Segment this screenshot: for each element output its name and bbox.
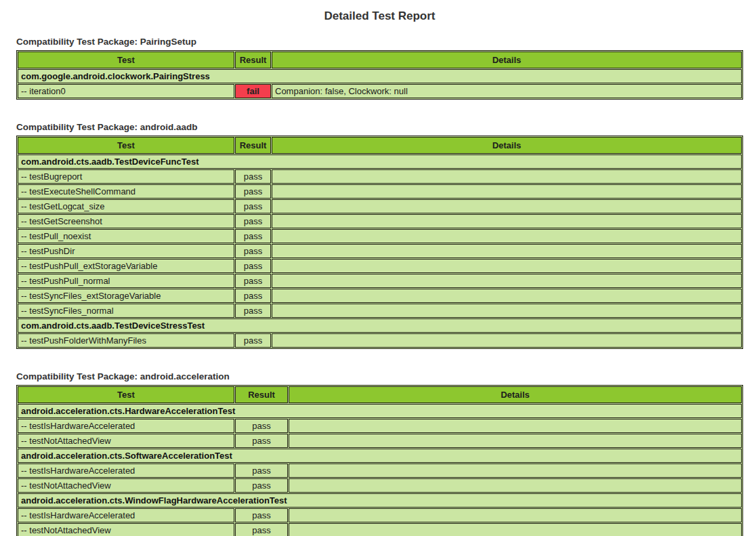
- result-cell: pass: [235, 478, 288, 493]
- test-column-header: Test: [18, 51, 234, 68]
- test-name-cell: -- testExecuteShellCommand: [18, 184, 234, 199]
- test-name-cell: -- testIsHardwareAccelerated: [18, 508, 234, 522]
- result-column-header: Result: [235, 137, 271, 154]
- details-cell: [289, 434, 742, 448]
- test-class-cell: android.acceleration.cts.SoftwareAcceler…: [18, 449, 742, 463]
- test-row: -- testIsHardwareAcceleratedpass: [18, 463, 742, 478]
- result-cell: pass: [235, 274, 271, 288]
- details-column-header: Details: [289, 386, 742, 403]
- package-title: Compatibility Test Package: android.acce…: [16, 371, 743, 382]
- details-cell: [272, 333, 742, 348]
- test-class-cell: com.android.cts.aadb.TestDeviceStressTes…: [18, 318, 742, 333]
- test-row: -- testGetScreenshotpass: [18, 214, 742, 228]
- test-class-cell: android.acceleration.cts.HardwareAcceler…: [18, 404, 742, 418]
- test-row: -- testIsHardwareAcceleratedpass: [18, 419, 742, 433]
- test-row: -- testSyncFiles_extStorageVariablepass: [18, 289, 742, 303]
- test-name-cell: -- testNotAttachedView: [18, 523, 234, 536]
- table-header-row: Test Result Details: [18, 386, 742, 403]
- result-cell: pass: [235, 199, 271, 213]
- result-column-header: Result: [235, 386, 288, 403]
- test-name-cell: -- testSyncFiles_normal: [18, 304, 234, 318]
- details-cell: [272, 199, 742, 213]
- test-name-cell: -- testIsHardwareAccelerated: [18, 463, 234, 478]
- result-cell: pass: [235, 244, 271, 258]
- test-row: -- testNotAttachedViewpass: [18, 434, 742, 448]
- page-title: Detailed Test Report: [16, 9, 743, 23]
- test-class-row: com.android.cts.aadb.TestDeviceStressTes…: [18, 318, 742, 333]
- test-column-header: Test: [18, 137, 234, 154]
- test-name-cell: -- testPushPull_extStorageVariable: [18, 259, 234, 273]
- details-cell: [289, 508, 742, 522]
- result-cell: pass: [235, 259, 271, 273]
- details-cell: [272, 169, 742, 184]
- test-row: -- testSyncFiles_normalpass: [18, 304, 742, 318]
- details-cell: [289, 419, 742, 433]
- result-cell: pass: [235, 289, 271, 303]
- result-cell: pass: [235, 434, 288, 448]
- table-header-row: Test Result Details: [18, 51, 742, 68]
- package-section: Compatibility Test Package: PairingSetup…: [16, 37, 743, 100]
- details-column-header: Details: [272, 51, 742, 68]
- result-cell: pass: [235, 419, 288, 433]
- test-name-cell: -- testNotAttachedView: [18, 478, 234, 493]
- test-class-row: android.acceleration.cts.WindowFlagHardw…: [18, 493, 742, 508]
- test-row: -- testPushFolderWithManyFilespass: [18, 333, 742, 348]
- test-class-cell: com.google.android.clockwork.PairingStre…: [18, 69, 742, 83]
- result-cell: pass: [235, 523, 288, 536]
- test-name-cell: -- testGetLogcat_size: [18, 199, 234, 213]
- test-name-cell: -- testPushPull_normal: [18, 274, 234, 288]
- test-name-cell: -- testNotAttachedView: [18, 434, 234, 448]
- details-cell: [272, 244, 742, 258]
- result-cell: pass: [235, 229, 271, 243]
- package-section: Compatibility Test Package: android.aadb…: [16, 122, 743, 349]
- result-cell: pass: [235, 169, 271, 184]
- details-cell: [289, 523, 742, 536]
- details-cell: [272, 289, 742, 303]
- test-class-cell: android.acceleration.cts.WindowFlagHardw…: [18, 493, 742, 508]
- test-class-row: com.android.cts.aadb.TestDeviceFuncTest: [18, 154, 742, 169]
- package-title: Compatibility Test Package: PairingSetup: [16, 37, 743, 47]
- details-cell: [272, 214, 742, 228]
- test-class-row: android.acceleration.cts.SoftwareAcceler…: [18, 449, 742, 463]
- test-row: -- testExecuteShellCommandpass: [18, 184, 742, 199]
- test-row: -- testIsHardwareAcceleratedpass: [18, 508, 742, 522]
- details-cell: [272, 274, 742, 288]
- test-name-cell: -- testGetScreenshot: [18, 214, 234, 228]
- result-cell: pass: [235, 333, 271, 348]
- result-cell: fail: [235, 84, 271, 98]
- table-header-row: Test Result Details: [18, 137, 742, 154]
- test-name-cell: -- testIsHardwareAccelerated: [18, 419, 234, 433]
- results-table: Test Result Details android.acceleration…: [16, 385, 743, 536]
- test-class-cell: com.android.cts.aadb.TestDeviceFuncTest: [18, 154, 742, 169]
- test-name-cell: -- testBugreport: [18, 169, 234, 184]
- test-row: -- testBugreportpass: [18, 169, 742, 184]
- details-column-header: Details: [272, 137, 742, 154]
- test-row: -- testPushDirpass: [18, 244, 742, 258]
- test-row: -- testPull_noexistpass: [18, 229, 742, 243]
- details-cell: [272, 184, 742, 199]
- results-table: Test Result Details com.android.cts.aadb…: [16, 136, 743, 349]
- test-row: -- iteration0failCompanion: false, Clock…: [18, 84, 742, 98]
- test-class-row: com.google.android.clockwork.PairingStre…: [18, 69, 742, 83]
- test-name-cell: -- testPushFolderWithManyFiles: [18, 333, 234, 348]
- test-name-cell: -- testSyncFiles_extStorageVariable: [18, 289, 234, 303]
- test-name-cell: -- testPushDir: [18, 244, 234, 258]
- test-row: -- testGetLogcat_sizepass: [18, 199, 742, 213]
- test-name-cell: -- iteration0: [18, 84, 234, 98]
- test-row: -- testPushPull_normalpass: [18, 274, 742, 288]
- result-cell: pass: [235, 214, 271, 228]
- test-row: -- testNotAttachedViewpass: [18, 523, 742, 536]
- result-cell: pass: [235, 463, 288, 478]
- package-section: Compatibility Test Package: android.acce…: [16, 371, 743, 536]
- details-cell: [272, 229, 742, 243]
- test-name-cell: -- testPull_noexist: [18, 229, 234, 243]
- result-cell: pass: [235, 184, 271, 199]
- test-row: -- testNotAttachedViewpass: [18, 478, 742, 493]
- details-cell: Companion: false, Clockwork: null: [272, 84, 742, 98]
- result-cell: pass: [235, 304, 271, 318]
- details-cell: [289, 463, 742, 478]
- test-column-header: Test: [18, 386, 234, 403]
- report-page: Detailed Test Report Compatibility Test …: [0, 9, 756, 536]
- package-title: Compatibility Test Package: android.aadb: [16, 122, 743, 132]
- result-cell: pass: [235, 508, 288, 522]
